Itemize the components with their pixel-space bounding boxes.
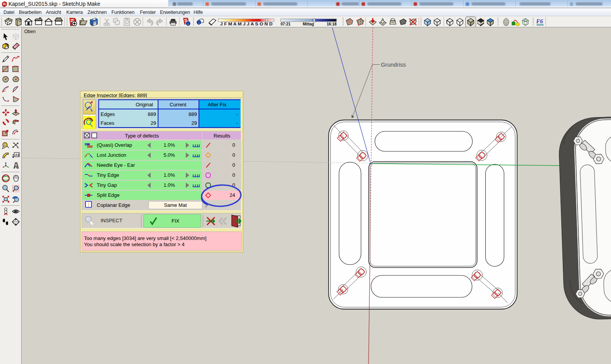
svg-text:J F M A M J J A S O N D: J F M A M J J A S O N D xyxy=(220,22,273,26)
svg-text:Mittag: Mittag xyxy=(303,22,314,26)
svg-text:07:21: 07:21 xyxy=(281,22,291,26)
svg-text:16:18: 16:18 xyxy=(327,22,337,26)
svg-text:A1: A1 xyxy=(15,153,20,157)
svg-text:Grundriss: Grundriss xyxy=(381,61,406,68)
svg-text:F6: F6 xyxy=(536,18,543,24)
